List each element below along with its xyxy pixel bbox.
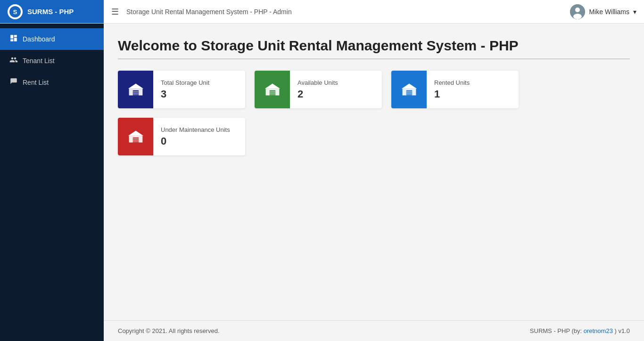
- user-menu[interactable]: Mike Williams ▾: [562, 4, 644, 19]
- card-available-units-value: 2: [297, 88, 374, 100]
- card-rented-units-value: 1: [434, 88, 511, 100]
- svg-marker-24: [128, 130, 143, 136]
- card-available-units-label: Available Units: [297, 79, 374, 86]
- sidebar-item-tenant-label: Tenant List: [23, 57, 55, 65]
- stats-cards-row: Total Storage Unit 3 A: [118, 71, 630, 155]
- layout: Dashboard Tenant List Rent List Welcome …: [0, 24, 644, 341]
- card-total-storage-info: Total Storage Unit 3: [153, 74, 245, 105]
- card-maintenance-units-value: 0: [161, 135, 238, 147]
- footer: Copyright © 2021. All rights reserved. S…: [104, 320, 644, 341]
- card-maintenance-units-info: Under Maintenance Units 0: [153, 122, 245, 152]
- svg-point-3: [575, 8, 580, 12]
- page-title: Welcome to Storage Unit Rental Managemen…: [118, 38, 630, 54]
- sidebar-toggle-button[interactable]: ☰: [104, 7, 126, 17]
- card-maintenance-units-label: Under Maintenance Units: [161, 126, 238, 133]
- top-navbar: S SURMS - PHP ☰ Storage Unit Rental Mana…: [0, 0, 644, 24]
- card-rented-units: Rented Units 1: [391, 71, 519, 108]
- sidebar-item-dashboard-label: Dashboard: [23, 35, 55, 43]
- sidebar-item-tenant-list[interactable]: Tenant List: [0, 50, 104, 72]
- dashboard-icon: [9, 34, 18, 44]
- card-maintenance-units: Under Maintenance Units 0: [118, 118, 245, 155]
- brand-logo: S: [8, 4, 23, 19]
- people-icon: [9, 56, 18, 66]
- navbar-subtitle: Storage Unit Rental Management System - …: [126, 8, 562, 16]
- sidebar: Dashboard Tenant List Rent List: [0, 24, 104, 341]
- card-available-units-info: Available Units 2: [290, 74, 382, 105]
- svg-text:S: S: [13, 8, 17, 16]
- card-total-storage-label: Total Storage Unit: [161, 79, 238, 86]
- svg-marker-18: [401, 83, 416, 89]
- brand-title: SURMS - PHP: [27, 8, 74, 16]
- page-divider: [118, 58, 630, 59]
- card-total-storage: Total Storage Unit 3: [118, 71, 245, 108]
- card-maintenance-units-icon: [118, 118, 153, 155]
- sidebar-item-rent-list[interactable]: Rent List: [0, 72, 104, 93]
- card-rented-units-icon: [391, 71, 427, 108]
- dropdown-icon: ▾: [633, 8, 636, 16]
- user-name: Mike Williams: [589, 8, 629, 16]
- avatar: [570, 4, 585, 19]
- sidebar-item-rent-label: Rent List: [23, 79, 49, 86]
- svg-point-4: [573, 14, 582, 19]
- card-available-units: Available Units 2: [255, 71, 382, 108]
- svg-marker-6: [128, 83, 143, 89]
- footer-copyright: Copyright © 2021. All rights reserved.: [118, 327, 220, 334]
- svg-marker-12: [264, 83, 280, 89]
- brand: S SURMS - PHP: [0, 0, 104, 23]
- card-available-units-icon: [255, 71, 290, 108]
- card-total-storage-value: 3: [161, 88, 238, 100]
- receipt-icon: [9, 77, 18, 88]
- card-rented-units-info: Rented Units 1: [427, 74, 519, 105]
- footer-credit-link[interactable]: oretnom23: [584, 327, 613, 334]
- card-total-storage-icon: [118, 71, 153, 108]
- footer-credit: SURMS - PHP (by: oretnom23 ) v1.0: [530, 327, 630, 334]
- sidebar-item-dashboard[interactable]: Dashboard: [0, 28, 104, 50]
- card-rented-units-label: Rented Units: [434, 79, 511, 86]
- main-content: Welcome to Storage Unit Rental Managemen…: [104, 24, 644, 341]
